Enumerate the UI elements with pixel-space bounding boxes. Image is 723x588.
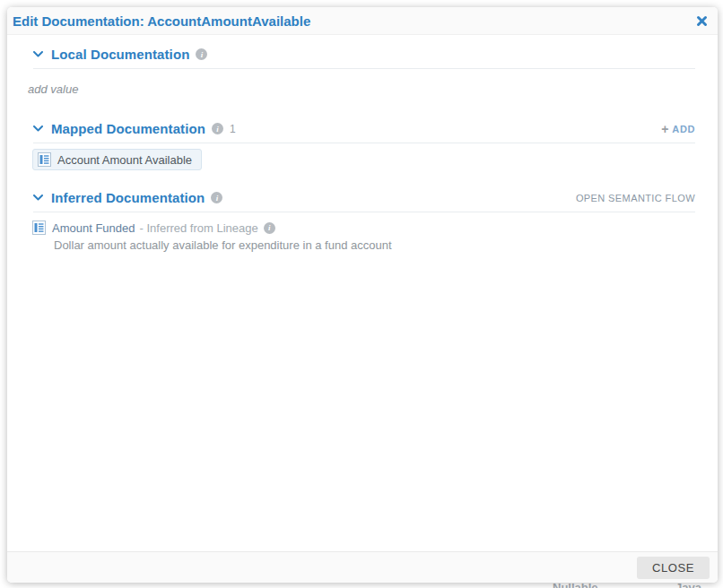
inferred-item-description: Dollar amount actually available for exp… (54, 238, 695, 252)
section-local-documentation: Local Documentation i add value (28, 47, 695, 96)
mapped-documentation-count: 1 (230, 123, 236, 135)
info-icon[interactable]: i (211, 192, 222, 203)
modal-body: Local Documentation i add value Mapped D… (7, 35, 718, 551)
mapped-documentation-label: Account Amount Available (57, 153, 192, 167)
edit-documentation-modal: Edit Documentation: AccountAmountAvailab… (7, 7, 718, 583)
document-icon (32, 220, 46, 235)
section-inferred-documentation: Inferred Documentation i OPEN SEMANTIC F… (28, 190, 695, 252)
document-icon (38, 152, 51, 167)
plus-icon: + (661, 123, 668, 135)
local-documentation-header: Local Documentation i (33, 47, 695, 69)
modal-header: Edit Documentation: AccountAmountAvailab… (7, 7, 718, 35)
modal-footer: CLOSE (7, 551, 718, 583)
chevron-down-icon[interactable] (33, 51, 43, 57)
mapped-documentation-title: Mapped Documentation (51, 121, 205, 136)
info-icon[interactable]: i (196, 48, 207, 60)
info-icon[interactable]: i (264, 222, 275, 234)
inferred-item-title: Amount Funded (52, 221, 135, 235)
chevron-down-icon[interactable] (33, 125, 43, 132)
modal-title: Edit Documentation: AccountAmountAvailab… (13, 13, 310, 29)
section-mapped-documentation: Mapped Documentation i 1 + ADD (28, 121, 695, 170)
inferred-documentation-item: Amount Funded - Inferred from Lineage i (32, 220, 695, 235)
local-documentation-title: Local Documentation (51, 47, 189, 62)
chevron-down-icon[interactable] (33, 195, 43, 201)
close-button[interactable]: CLOSE (637, 557, 710, 579)
open-semantic-flow-link[interactable]: OPEN SEMANTIC FLOW (576, 193, 695, 203)
inferred-item-suffix: - Inferred from Lineage (140, 221, 258, 235)
local-documentation-add-value-field[interactable]: add value (28, 82, 695, 96)
close-icon[interactable] (694, 13, 709, 28)
add-mapped-documentation-button[interactable]: + ADD (661, 123, 695, 135)
inferred-documentation-title: Inferred Documentation (51, 190, 205, 205)
mapped-documentation-chip[interactable]: Account Amount Available (32, 149, 202, 170)
info-icon[interactable]: i (212, 123, 223, 134)
mapped-documentation-header: Mapped Documentation i 1 + ADD (33, 121, 695, 143)
inferred-documentation-header: Inferred Documentation i OPEN SEMANTIC F… (33, 190, 695, 212)
